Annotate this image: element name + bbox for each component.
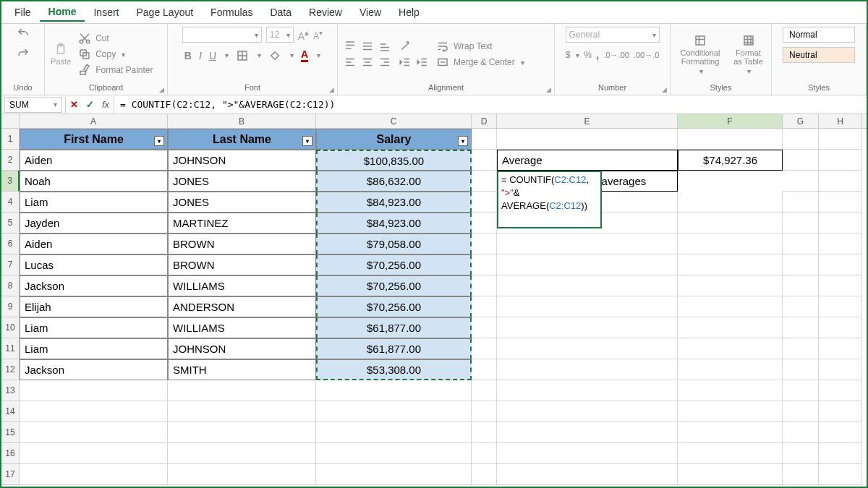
cell-G17[interactable]	[783, 464, 819, 485]
cell-C17[interactable]	[316, 464, 472, 485]
row-header-10[interactable]: 10	[1, 317, 20, 338]
align-center-icon[interactable]	[361, 56, 374, 69]
cell-F16[interactable]	[678, 443, 783, 464]
merge-center-button[interactable]: Merge & Center▾	[436, 56, 524, 69]
bold-button[interactable]: B	[184, 50, 192, 61]
cell-B15[interactable]	[168, 422, 316, 443]
comma-icon[interactable]: ,	[596, 48, 599, 61]
cell-G11[interactable]	[783, 338, 819, 359]
cell-A16[interactable]	[20, 443, 168, 464]
menu-data[interactable]: Data	[261, 4, 300, 21]
fill-color-icon[interactable]	[268, 49, 281, 62]
row-header-7[interactable]: 7	[1, 254, 20, 275]
cell-F9[interactable]	[678, 296, 783, 317]
cell-B2[interactable]: JOHNSON	[168, 150, 316, 171]
cell-B5[interactable]: MARTINEZ	[168, 213, 316, 234]
filter-icon[interactable]: ▾	[302, 136, 312, 146]
cell-F4[interactable]	[678, 192, 783, 213]
increase-indent-icon[interactable]	[416, 56, 429, 69]
font-size-dropdown[interactable]: 12▾	[266, 27, 294, 43]
cell-C6[interactable]: $79,058.00	[316, 234, 472, 254]
cell-H11[interactable]	[819, 338, 862, 359]
undo-icon[interactable]	[17, 27, 30, 40]
col-header-B[interactable]: B	[168, 114, 316, 128]
cell-E1[interactable]	[497, 129, 678, 150]
cell-C2[interactable]: $100,835.00	[316, 150, 472, 171]
name-box[interactable]: SUM▾	[4, 97, 62, 113]
confirm-formula-button[interactable]: ✓	[82, 99, 98, 110]
cell-H1[interactable]	[819, 129, 862, 150]
cell-D10[interactable]	[472, 317, 497, 338]
align-middle-icon[interactable]	[361, 40, 374, 53]
cell-D2[interactable]	[472, 150, 497, 171]
col-header-C[interactable]: C	[316, 114, 472, 128]
cell-B8[interactable]: WILLIAMS	[168, 275, 316, 296]
redo-icon[interactable]	[17, 47, 30, 60]
cell-F15[interactable]	[678, 422, 783, 443]
col-header-A[interactable]: A	[20, 114, 168, 128]
cell-A9[interactable]: Elijah	[20, 296, 168, 317]
clipboard-dialog-launcher-icon[interactable]: ◢	[159, 86, 164, 93]
align-top-icon[interactable]	[344, 40, 357, 53]
cell-B17[interactable]	[168, 464, 316, 485]
currency-icon[interactable]: $	[566, 50, 571, 60]
cell-B13[interactable]	[168, 380, 316, 401]
row-header-8[interactable]: 8	[1, 275, 20, 296]
cell-D17[interactable]	[472, 464, 497, 485]
cell-E13[interactable]	[497, 380, 678, 401]
cell-F3-editing[interactable]: = COUNTIF(C2:C12, ">"&AVERAGE(C2:C12)) C…	[497, 171, 602, 228]
cell-B1[interactable]: Last Name▾	[168, 129, 316, 150]
cell-H14[interactable]	[819, 401, 862, 422]
cell-F5[interactable]	[678, 213, 783, 234]
cell-G8[interactable]	[783, 275, 819, 296]
number-dialog-launcher-icon[interactable]: ◢	[662, 86, 667, 93]
cell-E7[interactable]	[497, 254, 678, 275]
cell-E2[interactable]: Average	[497, 150, 678, 171]
col-header-H[interactable]: H	[819, 114, 862, 128]
cell-A4[interactable]: Liam	[20, 192, 168, 213]
cell-B14[interactable]	[168, 401, 316, 422]
cell-D13[interactable]	[472, 380, 497, 401]
cell-C8[interactable]: $70,256.00	[316, 275, 472, 296]
col-header-G[interactable]: G	[783, 114, 819, 128]
cell-A12[interactable]: Jackson	[20, 359, 168, 380]
decrease-font-icon[interactable]: A▾	[313, 29, 323, 41]
increase-font-icon[interactable]: A▴	[298, 27, 309, 42]
cell-A8[interactable]: Jackson	[20, 275, 168, 296]
cut-button[interactable]: Cut	[78, 32, 153, 45]
cell-A3[interactable]: Noah	[20, 171, 168, 192]
cell-F2[interactable]: $74,927.36	[678, 150, 783, 171]
decrease-indent-icon[interactable]	[399, 56, 412, 69]
cell-D5[interactable]	[472, 213, 497, 234]
copy-button[interactable]: Copy▾	[78, 48, 153, 61]
cell-H5[interactable]	[819, 213, 862, 234]
cell-H12[interactable]	[819, 359, 862, 380]
wrap-text-button[interactable]: Wrap Text	[436, 40, 524, 53]
cell-D8[interactable]	[472, 275, 497, 296]
decrease-decimal-icon[interactable]: .00→.0	[634, 51, 659, 59]
row-header-6[interactable]: 6	[1, 234, 20, 254]
menu-formulas[interactable]: Formulas	[202, 4, 261, 21]
cell-F11[interactable]	[678, 338, 783, 359]
increase-decimal-icon[interactable]: .0→.00	[603, 51, 629, 59]
cell-D1[interactable]	[472, 129, 497, 150]
col-header-E[interactable]: E	[497, 114, 678, 128]
cell-A13[interactable]	[20, 380, 168, 401]
cell-A7[interactable]: Lucas	[20, 254, 168, 275]
cell-G10[interactable]	[783, 317, 819, 338]
menu-view[interactable]: View	[351, 4, 390, 21]
cell-D9[interactable]	[472, 296, 497, 317]
cell-H17[interactable]	[819, 464, 862, 485]
row-header-14[interactable]: 14	[1, 401, 20, 422]
cell-C16[interactable]	[316, 443, 472, 464]
cell-A14[interactable]	[20, 401, 168, 422]
cell-C5[interactable]: $84,923.00	[316, 213, 472, 234]
format-painter-button[interactable]: Format Painter	[78, 64, 153, 77]
filter-icon[interactable]: ▾	[154, 136, 164, 146]
cell-H10[interactable]	[819, 317, 862, 338]
cell-C12[interactable]: $53,308.00	[316, 359, 472, 380]
cell-G3[interactable]	[783, 171, 819, 192]
filter-icon[interactable]: ▾	[458, 136, 468, 146]
align-bottom-icon[interactable]	[378, 40, 391, 53]
cell-G16[interactable]	[783, 443, 819, 464]
